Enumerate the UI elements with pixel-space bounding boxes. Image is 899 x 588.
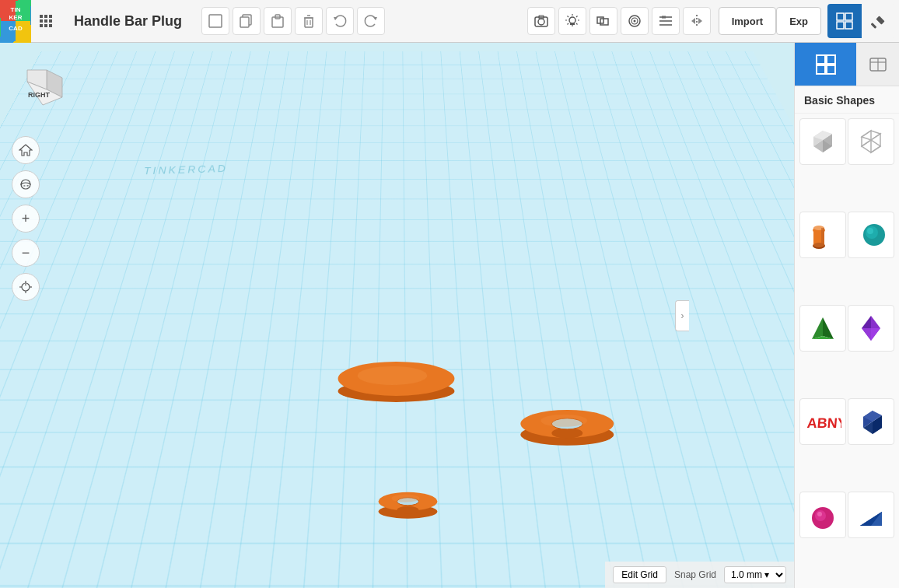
bottom-bar: Edit Grid Snap Grid 1.0 mm ▾	[605, 562, 794, 588]
shape-box[interactable]	[799, 118, 846, 165]
panel-collapse-button[interactable]: ›	[675, 300, 689, 331]
svg-rect-32	[570, 23, 575, 25]
svg-rect-11	[44, 19, 47, 23]
svg-rect-7	[40, 15, 43, 18]
svg-text:CAD: CAD	[9, 25, 23, 32]
fit-button[interactable]	[12, 273, 40, 301]
svg-marker-104	[812, 317, 823, 339]
shape-pyramid[interactable]	[799, 305, 846, 352]
svg-text:TIN: TIN	[11, 6, 21, 13]
svg-point-31	[569, 17, 575, 23]
svg-marker-27	[373, 17, 377, 20]
svg-rect-8	[44, 15, 47, 18]
svg-rect-10	[40, 19, 43, 23]
panel-tabs	[795, 43, 899, 86]
shape-text-red[interactable]: ABNY	[799, 398, 846, 445]
undo-button[interactable]	[326, 7, 354, 35]
zoom-in-button[interactable]: +	[12, 205, 40, 233]
shape-pyramid-purple[interactable]	[848, 305, 894, 352]
edit-grid-button[interactable]: Edit Grid	[613, 566, 666, 583]
svg-rect-80	[817, 65, 825, 74]
shape-wedge-blue[interactable]	[848, 492, 894, 538]
svg-rect-81	[827, 65, 835, 74]
svg-text:KER: KER	[9, 14, 23, 21]
view-cube[interactable]: RIGHT	[16, 58, 70, 113]
shapes-grid: ABNY	[795, 114, 899, 588]
shape-sphere-teal[interactable]	[848, 212, 894, 258]
svg-rect-46	[845, 13, 852, 20]
svg-rect-100	[821, 228, 824, 245]
svg-rect-45	[837, 13, 844, 20]
logo: TIN KER CAD	[0, 0, 31, 43]
shape-box-blue[interactable]	[848, 398, 894, 445]
copy-button[interactable]	[233, 7, 261, 35]
light-button[interactable]	[558, 7, 586, 35]
delete-button[interactable]	[295, 7, 323, 35]
svg-rect-12	[49, 19, 52, 23]
align-button[interactable]	[652, 7, 680, 35]
svg-marker-26	[334, 17, 338, 20]
svg-rect-41	[662, 16, 666, 19]
svg-point-71	[21, 180, 30, 189]
shape-cylinder[interactable]	[799, 212, 846, 258]
main-layout: TINKERCAD	[0, 43, 899, 588]
panel-tab-alt[interactable]	[856, 43, 899, 86]
camera-button[interactable]	[527, 7, 555, 35]
view-hammer-button[interactable]	[862, 4, 896, 38]
new-button[interactable]	[201, 7, 229, 35]
shape-sphere-pink[interactable]	[799, 492, 846, 538]
svg-point-117	[817, 512, 822, 516]
svg-rect-78	[817, 55, 825, 64]
zoom-out-button[interactable]: −	[12, 239, 40, 267]
panel-tab-shapes[interactable]	[795, 43, 856, 86]
svg-marker-70	[19, 145, 32, 156]
svg-rect-47	[837, 22, 844, 29]
panel-section-title: Basic Shapes	[795, 86, 899, 114]
topbar: TIN KER CAD Handle Bar Plug	[0, 0, 899, 43]
redo-button[interactable]	[357, 7, 385, 35]
viewport[interactable]: TINKERCAD	[0, 43, 794, 588]
group1-button[interactable]	[589, 7, 617, 35]
svg-rect-48	[845, 22, 852, 29]
snap-grid-label: Snap Grid	[674, 569, 716, 580]
left-controls: + −	[12, 136, 40, 301]
orbit-button[interactable]	[12, 170, 40, 198]
export-button[interactable]: Exp	[776, 7, 821, 35]
svg-point-37	[633, 20, 635, 23]
svg-rect-9	[49, 15, 52, 18]
svg-marker-105	[823, 317, 834, 339]
svg-rect-18	[240, 17, 249, 27]
right-panel: Basic Shapes	[794, 43, 899, 588]
svg-rect-13	[40, 24, 43, 27]
view-grid-button[interactable]	[827, 4, 862, 38]
svg-marker-44	[698, 18, 702, 24]
group2-button[interactable]	[621, 7, 649, 35]
svg-text:ABNY: ABNY	[806, 415, 841, 431]
paste-button[interactable]	[264, 7, 292, 35]
mirror-button[interactable]	[683, 7, 711, 35]
svg-point-103	[867, 228, 873, 234]
home-button[interactable]	[12, 136, 40, 164]
shape-box-hole[interactable]	[848, 118, 894, 165]
toolbar-right	[519, 7, 719, 35]
svg-marker-109	[862, 328, 880, 341]
svg-marker-43	[691, 18, 695, 24]
svg-rect-15	[49, 24, 52, 27]
svg-text:RIGHT: RIGHT	[28, 91, 51, 99]
snap-grid-select[interactable]: 1.0 mm ▾	[724, 566, 786, 583]
svg-rect-49	[876, 16, 884, 24]
svg-rect-16	[209, 15, 222, 27]
svg-rect-50	[871, 23, 877, 29]
svg-rect-79	[827, 55, 835, 64]
menu-button[interactable]	[31, 0, 62, 43]
svg-rect-14	[44, 24, 47, 27]
project-title: Handle Bar Plug	[62, 13, 194, 30]
toolbar-tools	[194, 7, 393, 35]
svg-rect-23	[305, 18, 313, 27]
import-button[interactable]: Import	[719, 7, 776, 35]
svg-point-29	[538, 19, 544, 25]
svg-rect-34	[600, 19, 608, 25]
